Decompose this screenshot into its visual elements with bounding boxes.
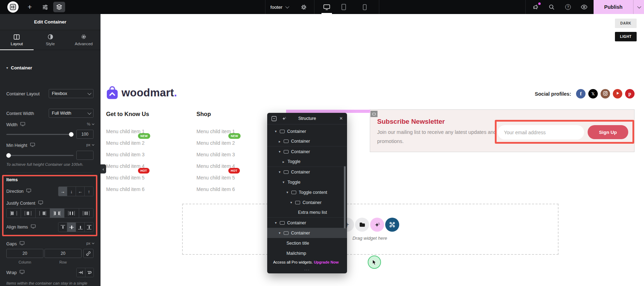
menu-item[interactable]: Menu child item 2 [196, 140, 235, 146]
email-input[interactable] [498, 125, 584, 139]
social-youtube-button[interactable] [613, 89, 622, 98]
responsive-monitor-icon[interactable] [26, 189, 31, 194]
responsive-monitor-icon[interactable] [20, 270, 25, 275]
expand-arrow-icon[interactable]: ▾ [279, 150, 284, 154]
tab-layout[interactable]: Layout [0, 30, 34, 50]
min-height-slider[interactable] [6, 155, 74, 156]
upgrade-now-link[interactable]: Upgrade Now [314, 260, 339, 264]
gaps-link-values-button[interactable] [83, 249, 94, 258]
container-drag-handle[interactable] [371, 111, 378, 117]
collapse-arrow-icon[interactable]: ▸ [283, 160, 288, 164]
social-instagram-button[interactable] [601, 89, 610, 98]
tab-advanced[interactable]: Advanced [67, 30, 101, 50]
structure-item[interactable]: ▾Container [267, 167, 347, 177]
page-selector[interactable]: footer [265, 0, 293, 14]
structure-item[interactable]: ▸Toggle [267, 157, 347, 167]
justify-space-around-button[interactable] [64, 209, 78, 218]
justify-space-evenly-button[interactable] [79, 209, 93, 218]
structure-item[interactable]: ▾Container [267, 147, 347, 157]
direction-row-button[interactable]: → [58, 187, 67, 196]
expand-arrow-icon[interactable]: ▾ [279, 231, 284, 235]
justify-center-button[interactable] [21, 209, 35, 218]
panel-collapse-handle[interactable]: ‹ [101, 164, 106, 173]
expand-arrow-icon[interactable]: ▾ [290, 200, 295, 204]
width-slider-thumb[interactable] [69, 132, 74, 137]
expand-arrow-icon[interactable]: ▾ [283, 180, 288, 184]
menu-item[interactable]: Menu child item 5 [106, 175, 145, 181]
ai-builder-button[interactable] [370, 218, 384, 232]
container-layout-select[interactable]: Flexbox [49, 89, 94, 98]
empty-container-dropzone[interactable] [182, 204, 559, 255]
justify-end-button[interactable] [35, 209, 50, 218]
gap-column-input[interactable] [6, 249, 43, 258]
container-section-toggle[interactable]: ▾ Container [6, 65, 32, 70]
theme-light-chip[interactable]: LIGHT [615, 32, 637, 41]
structure-item[interactable]: Mailchimp [267, 248, 347, 258]
template-library-button[interactable] [355, 218, 369, 232]
device-mobile-button[interactable] [361, 0, 368, 14]
menu-item[interactable]: Menu child item 6 [196, 186, 235, 192]
structure-item[interactable]: ▾Toggle [267, 177, 347, 187]
responsive-monitor-icon[interactable] [20, 122, 25, 127]
direction-column-button[interactable]: ↓ [67, 187, 76, 196]
add-element-button[interactable]: + [26, 0, 34, 14]
direction-column-reverse-button[interactable]: ↑ [84, 187, 93, 196]
page-settings-button[interactable] [300, 0, 307, 14]
site-settings-button[interactable] [41, 0, 49, 14]
menu-item[interactable]: Menu child item 2 [106, 140, 145, 146]
structure-item[interactable]: ▾Container [267, 197, 347, 207]
direction-row-reverse-button[interactable]: ← [76, 187, 84, 196]
structure-item[interactable]: Section title [267, 238, 347, 248]
tab-style[interactable]: Style [34, 30, 67, 50]
structure-item[interactable]: ▾Container [267, 218, 347, 228]
close-icon[interactable]: ✕ [339, 116, 343, 121]
preview-button[interactable] [580, 0, 588, 14]
structure-toggle-button[interactable] [53, 2, 65, 12]
menu-item[interactable]: Menu child item 5 [196, 175, 235, 181]
menu-item[interactable]: Menu child item 3 [196, 152, 235, 157]
responsive-monitor-icon[interactable] [20, 241, 25, 246]
social-pinterest-button[interactable]: p [625, 89, 635, 98]
content-width-select[interactable]: Full Width [49, 109, 94, 118]
social-facebook-button[interactable]: f [576, 89, 586, 98]
wrap-nowrap-button[interactable] [77, 268, 85, 277]
expand-collapse-icon[interactable] [271, 116, 277, 121]
min-height-input[interactable] [76, 151, 94, 160]
expand-arrow-icon[interactable]: ▾ [275, 221, 280, 225]
ai-sparkle-icon[interactable] [282, 116, 287, 121]
responsive-monitor-icon[interactable] [31, 224, 36, 230]
width-input[interactable] [76, 130, 94, 139]
publish-button[interactable]: Publish [594, 0, 633, 14]
elementor-logo[interactable] [7, 1, 19, 13]
signup-button[interactable]: Sign Up [588, 125, 628, 139]
structure-item[interactable]: ▾Container [267, 126, 347, 136]
structure-item[interactable]: ▾Container [267, 228, 347, 238]
structure-scrollbar-thumb[interactable] [344, 166, 346, 229]
expand-arrow-icon[interactable]: ▾ [279, 170, 284, 174]
finder-search-button[interactable] [547, 0, 556, 14]
justify-start-button[interactable] [7, 209, 21, 218]
align-end-button[interactable] [76, 223, 84, 232]
expand-arrow-icon[interactable]: ▾ [275, 129, 280, 133]
justify-space-between-button[interactable] [50, 209, 64, 218]
publish-options-button[interactable] [633, 0, 644, 14]
align-stretch-button[interactable] [84, 223, 93, 232]
device-tablet-button[interactable] [340, 0, 347, 14]
min-height-slider-thumb[interactable] [6, 153, 11, 158]
menu-item[interactable]: Menu child item 6 [106, 186, 145, 192]
expand-arrow-icon[interactable]: ▾ [286, 190, 291, 194]
social-x-twitter-button[interactable]: 𝕏 [588, 89, 598, 98]
structure-more-button[interactable]: ... [267, 266, 347, 271]
collapse-arrow-icon[interactable]: ▸ [279, 139, 284, 143]
gap-row-input[interactable] [44, 249, 82, 258]
min-height-unit-select[interactable]: px [86, 143, 94, 147]
menu-item[interactable]: Menu child item 3 [106, 152, 145, 157]
structure-item[interactable]: Extra menu list [267, 207, 347, 218]
theme-dark-chip[interactable]: DARK [615, 19, 637, 28]
structure-item[interactable]: ▾Toggle content [267, 187, 347, 197]
help-button[interactable]: ? [564, 0, 572, 14]
responsive-monitor-icon[interactable] [38, 200, 43, 206]
width-unit-select[interactable]: % [87, 122, 94, 126]
wrap-wrap-button[interactable] [85, 268, 94, 277]
theme-builder-button[interactable] [385, 218, 399, 232]
